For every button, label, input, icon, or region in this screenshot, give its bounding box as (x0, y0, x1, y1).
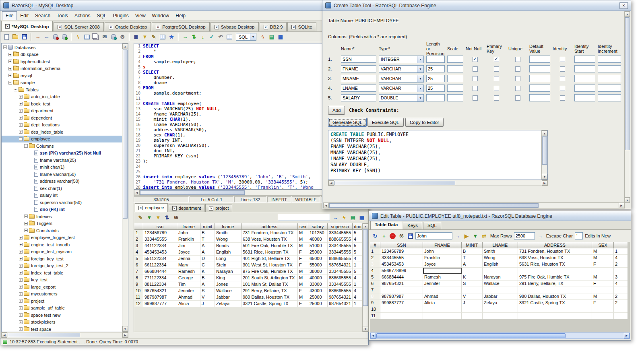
results-cell[interactable]: 1 (353, 281, 363, 288)
tree-item-project[interactable]: +project (2, 297, 122, 305)
jump-to-icon[interactable]: ▶ (462, 232, 471, 240)
edit-cell[interactable]: T (462, 255, 483, 261)
expand-icon[interactable]: + (19, 116, 23, 120)
refresh-data-icon[interactable]: ↻ (371, 232, 379, 240)
results-cell[interactable]: 4 (353, 275, 363, 281)
tree-item-address-varchar-50[interactable]: address varchar(50) (2, 178, 122, 185)
default-value-input[interactable] (529, 65, 550, 72)
swap-columns-icon[interactable]: ⇄ (480, 232, 488, 240)
execute-sql-icon[interactable]: → (181, 33, 189, 41)
results-cell[interactable]: 666884444 (143, 268, 177, 275)
edit-cell[interactable]: B (462, 248, 483, 255)
not-null-checkbox[interactable] (473, 95, 478, 101)
results-column-header-address[interactable]: address (242, 223, 298, 230)
results-cell[interactable]: 987654321 (143, 288, 177, 294)
results-cell[interactable]: Jones (215, 281, 242, 288)
results-cell[interactable]: 5 (353, 230, 363, 236)
tree-item-salary-int[interactable]: salary int (2, 192, 122, 199)
edit-titlebar[interactable]: Edit Table - PUBLIC.EMPLOYEE utf8_notepa… (369, 211, 631, 221)
save-file-icon[interactable] (20, 33, 28, 41)
expand-icon[interactable]: + (24, 222, 28, 225)
results-cell[interactable]: M (298, 230, 308, 236)
scroll-thumb[interactable] (542, 136, 547, 165)
edit-row-8[interactable]: 8987987987AhmadVJabbar980 Dallas, Housto… (370, 293, 627, 300)
tree-item-employee[interactable]: −employee (2, 136, 122, 143)
scroll-right-arrow-icon[interactable]: ▶ (619, 203, 624, 208)
tree-vertical-scrollbar[interactable]: ▲ ▼ (122, 43, 128, 332)
results-cell[interactable]: 51000 (308, 243, 328, 249)
column-name-input[interactable] (341, 65, 376, 72)
tree-item-indexes[interactable]: +Indexes (2, 213, 122, 220)
results-row-12[interactable]: 12999887777AliciaJZelaya3321 Castle, Spr… (134, 301, 363, 307)
results-cell[interactable]: Narayan (215, 268, 242, 275)
results-cell[interactable]: Ramesh (177, 268, 200, 275)
results-cell[interactable]: S (200, 288, 215, 294)
results-cell[interactable]: 101250 (308, 230, 328, 236)
results-row-8[interactable]: 8771122334GeorgeBKing201 South St, Arlin… (134, 275, 363, 281)
tree-item-ssn-pk-varchar-25-not-null[interactable]: ssn (PK) varchar(25) Not Null (2, 150, 122, 157)
results-column-header-dno[interactable]: dno (353, 223, 363, 230)
find-binoculars-icon[interactable]: 66 (397, 232, 405, 240)
results-column-header-lname[interactable]: lname (215, 223, 242, 230)
identity-increment-input[interactable] (598, 75, 621, 82)
results-cell[interactable]: 333445555 (328, 281, 353, 288)
edit-cell[interactable] (518, 306, 592, 313)
filter-results-icon[interactable]: ▼ (145, 213, 153, 221)
expand-icon[interactable]: + (24, 229, 28, 232)
menu-view[interactable]: View (132, 12, 149, 20)
scale-input[interactable] (447, 94, 463, 101)
edit-cell[interactable]: 638 Voss, Houston TX (518, 255, 592, 261)
tree-item-dependent[interactable]: +dependent (2, 114, 122, 122)
results-cell[interactable]: F (298, 256, 308, 262)
scroll-left-arrow-icon[interactable]: ◀ (323, 203, 329, 208)
edit-row-4[interactable]: 45566778899 (370, 268, 627, 274)
menu-help[interactable]: Help (172, 12, 189, 20)
results-cell[interactable]: A (200, 281, 215, 288)
generated-sql-area[interactable]: CREATE TABLE PUBLIC.EMPLOYEE(SSN INTEGER… (328, 130, 548, 180)
results-cell[interactable]: F (298, 288, 308, 294)
edit-cell[interactable]: J (462, 300, 483, 306)
identity-checkbox[interactable] (560, 76, 565, 81)
scroll-down-arrow-icon[interactable]: ▼ (625, 197, 630, 203)
results-cell[interactable]: 401 High St, Bellaire TX (242, 256, 298, 262)
results-filter-input[interactable] (278, 214, 330, 221)
menu-actions[interactable]: Actions (71, 12, 93, 20)
scroll-up-arrow-icon[interactable]: ▲ (542, 130, 547, 136)
tree-item-dept-locations[interactable]: +dept_locations (2, 122, 122, 129)
auto-commit-lightning-icon[interactable]: ϟ (259, 33, 267, 41)
edit-cell[interactable]: Ramesh (423, 274, 462, 281)
edit-cell[interactable]: 999887777 (380, 300, 423, 306)
save-edits-icon[interactable] (406, 232, 414, 240)
results-cell[interactable]: 975 Fire Oak, Humble TX (242, 268, 298, 275)
results-row-5[interactable]: 5551122334JennaDLong401 High St, Bellair… (134, 256, 363, 262)
expand-icon[interactable]: + (19, 278, 23, 282)
menu-sql[interactable]: SQL (93, 12, 109, 20)
results-cell[interactable]: 333445555 (328, 249, 353, 256)
tree-item-db-space[interactable]: +db space (2, 51, 122, 58)
tree-item-triggers[interactable]: +Triggers (2, 220, 122, 227)
scroll-right-arrow-icon[interactable]: ▶ (542, 180, 547, 186)
results-cell[interactable]: 5 (353, 243, 363, 249)
unique-checkbox[interactable] (515, 95, 520, 101)
edit-column-header-sex[interactable]: SEX (592, 242, 614, 248)
results-cell[interactable]: F (298, 301, 308, 307)
results-cell[interactable]: Stein (215, 262, 242, 268)
results-cell[interactable]: M (298, 281, 308, 288)
delete-row-icon[interactable]: − (390, 233, 396, 239)
edit-cell[interactable]: 731 Fondren, Houston TX (518, 248, 592, 255)
copy-page-icon[interactable] (92, 33, 100, 41)
results-tab-project[interactable]: ✕project (205, 204, 232, 212)
edit-cell[interactable]: F (592, 281, 614, 287)
expand-icon[interactable]: + (19, 327, 23, 331)
results-tab-department[interactable]: ✕department (169, 204, 205, 212)
edit-table-grid-icon[interactable] (159, 33, 167, 41)
edit-tab-table-data[interactable]: Table Data (370, 221, 402, 229)
expand-icon[interactable]: + (19, 271, 23, 275)
results-cell[interactable]: 4 (353, 256, 363, 262)
close-tab-icon[interactable]: ✕ (172, 206, 177, 211)
tree-item-engine-test-innodb[interactable]: +engine_test_innodb (2, 241, 122, 248)
results-cell[interactable]: Alicia (177, 301, 200, 307)
scroll-thumb[interactable] (140, 190, 245, 195)
connect-database-icon[interactable] (60, 33, 68, 41)
edit-column-header-lname[interactable]: LNAME (483, 242, 518, 248)
